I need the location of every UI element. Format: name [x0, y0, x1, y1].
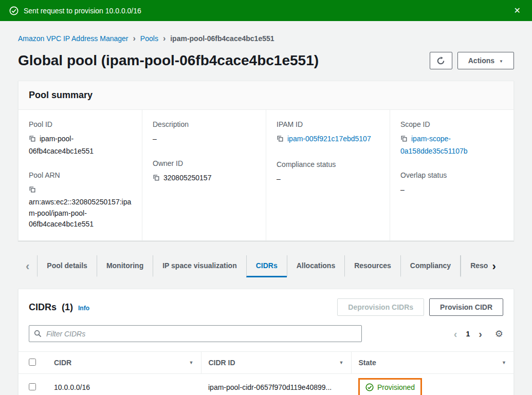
state-column-label: State	[359, 359, 376, 367]
scope-id-value: ipam-scope-0a158dde35c51107b	[400, 134, 503, 157]
state-badge: Provisioned	[377, 383, 415, 391]
copy-icon[interactable]	[400, 135, 408, 146]
select-all-header	[19, 352, 47, 374]
highlight-box: Provisioned	[358, 378, 422, 395]
chevron-right-icon: ›	[492, 260, 496, 273]
page-title: Global pool (ipam-pool-06fb4cace4bc1e551…	[18, 52, 319, 69]
cidrs-card: CIDRs (1) Info Deprovision CIDRs Provisi…	[18, 289, 514, 395]
close-icon[interactable]: ✕	[512, 6, 523, 16]
row-select-cell	[19, 374, 47, 395]
pool-summary-body: Pool ID ipam-pool-06fb4cace4bc1e551 Pool…	[19, 110, 513, 240]
pool-arn-value: arn:aws:ec2::320805250157:ipam-pool/ipam…	[29, 184, 132, 230]
field-description: Description –	[153, 120, 255, 145]
field-owner-id: Owner ID 320805250157	[153, 159, 255, 185]
select-all-checkbox[interactable]	[29, 359, 36, 366]
ipam-id-label: IPAM ID	[277, 120, 379, 128]
table-header-row: CIDR ▼ CIDR ID ▼ State ▼	[19, 352, 513, 374]
scope-id-link[interactable]: ipam-scope-0a158dde35c51107b	[400, 135, 468, 155]
actions-button[interactable]: Actions ▼	[457, 52, 514, 69]
tabs-scroll-left-button[interactable]: ‹	[18, 255, 37, 277]
actions-button-label: Actions	[468, 57, 494, 65]
copy-icon[interactable]	[29, 185, 36, 197]
chevron-down-icon: ▼	[189, 360, 194, 365]
copy-icon[interactable]	[153, 174, 160, 185]
tab-cidrs[interactable]: CIDRs	[246, 255, 287, 277]
main-content: Amazon VPC IP Address Manager › Pools › …	[0, 34, 532, 395]
provisioned-check-icon	[365, 383, 374, 391]
description-label: Description	[153, 120, 255, 128]
overlap-status-value: –	[400, 184, 503, 196]
cidr-column-label: CIDR	[54, 359, 71, 367]
tabs-scroll-right-button[interactable]: ›	[488, 255, 500, 277]
tab-resources[interactable]: Resources	[344, 255, 400, 277]
field-overlap-status: Overlap status –	[400, 171, 503, 196]
pool-id-text: ipam-pool-06fb4cace4bc1e551	[29, 135, 94, 155]
tab-resource-clipped[interactable]: Reso	[461, 255, 488, 277]
column-header-cidr-id[interactable]: CIDR ID ▼	[201, 352, 351, 374]
breadcrumb-link-ipam[interactable]: Amazon VPC IP Address Manager	[18, 34, 129, 43]
owner-id-value: 320805250157	[153, 173, 255, 185]
ipam-id-link[interactable]: ipam-005f921c17ebd5107	[287, 135, 371, 143]
page-header: Global pool (ipam-pool-06fb4cace4bc1e551…	[18, 52, 514, 69]
field-scope-id: Scope ID ipam-scope-0a158dde35c51107b	[400, 120, 503, 157]
provision-cidr-button[interactable]: Provision CIDR	[429, 298, 503, 316]
cidrs-table: CIDR ▼ CIDR ID ▼ State ▼	[19, 351, 513, 395]
compliance-status-value: –	[277, 174, 379, 185]
cidr-id-cell: ipam-pool-cidr-0657f970d119e40899...	[201, 374, 351, 395]
summary-column-4: Scope ID ipam-scope-0a158dde35c51107b Ov…	[390, 110, 513, 240]
tab-monitoring[interactable]: Monitoring	[97, 255, 153, 277]
tab-ip-space-visualization[interactable]: IP space visualization	[153, 255, 246, 277]
header-buttons: Actions ▼	[430, 52, 514, 69]
search-box	[29, 325, 362, 342]
gear-icon[interactable]: ⚙	[495, 328, 503, 340]
pagination-next-button[interactable]: ›	[479, 329, 482, 339]
pool-summary-header: Pool summary	[19, 81, 513, 110]
pool-id-label: Pool ID	[29, 120, 132, 128]
chevron-down-icon: ▼	[502, 360, 506, 365]
tab-pool-details[interactable]: Pool details	[37, 255, 97, 277]
pool-summary-card: Pool summary Pool ID ipam-pool-06fb4cace…	[18, 81, 514, 241]
banner-message: Sent request to provision 10.0.0.0/16	[24, 7, 507, 15]
chevron-right-icon: ›	[479, 328, 482, 340]
info-link[interactable]: Info	[78, 305, 89, 312]
column-header-state[interactable]: State ▼	[351, 352, 513, 374]
breadcrumb-link-pools[interactable]: Pools	[140, 34, 158, 43]
field-pool-arn: Pool ARN arn:aws:ec2::320805250157:ipam-…	[29, 171, 132, 230]
tab-strip: ‹ Pool details Monitoring IP space visua…	[18, 255, 514, 277]
summary-column-3: IPAM ID ipam-005f921c17ebd5107 Complianc…	[266, 110, 390, 240]
refresh-icon	[436, 57, 445, 65]
cidrs-header-buttons: Deprovision CIDRs Provision CIDR	[337, 298, 503, 316]
pagination-page-number[interactable]: 1	[466, 330, 470, 338]
chevron-left-icon: ‹	[26, 260, 29, 273]
cidr-id-column-label: CIDR ID	[209, 359, 235, 367]
field-compliance-status: Compliance status –	[277, 160, 379, 185]
row-checkbox[interactable]	[29, 383, 36, 390]
column-header-cidr[interactable]: CIDR ▼	[47, 352, 201, 374]
chevron-down-icon: ▼	[339, 360, 344, 365]
cidrs-header: CIDRs (1) Info Deprovision CIDRs Provisi…	[19, 289, 513, 323]
pool-arn-text: arn:aws:ec2::320805250157:ipam-pool/ipam…	[29, 198, 131, 228]
compliance-status-label: Compliance status	[277, 160, 379, 168]
pool-id-value: ipam-pool-06fb4cace4bc1e551	[29, 134, 132, 157]
field-ipam-id: IPAM ID ipam-005f921c17ebd5107	[277, 120, 379, 146]
cidrs-title-row: CIDRs (1) Info	[29, 302, 89, 313]
chevron-right-icon: ›	[163, 34, 166, 43]
tab-compliancy[interactable]: Compliancy	[400, 255, 461, 277]
deprovision-cidrs-button[interactable]: Deprovision CIDRs	[337, 298, 424, 316]
breadcrumb: Amazon VPC IP Address Manager › Pools › …	[18, 34, 514, 43]
refresh-button[interactable]	[430, 52, 452, 69]
breadcrumb-current: ipam-pool-06fb4cace4bc1e551	[170, 34, 274, 43]
tab-allocations[interactable]: Allocations	[287, 255, 344, 277]
table-row: 10.0.0.0/16 ipam-pool-cidr-0657f970d119e…	[19, 374, 513, 395]
copy-icon[interactable]	[277, 135, 284, 146]
overlap-status-label: Overlap status	[400, 171, 503, 179]
pagination-prev-button[interactable]: ‹	[454, 329, 457, 339]
search-icon	[34, 330, 42, 339]
cidrs-title: CIDRs	[29, 302, 57, 313]
copy-icon[interactable]	[29, 135, 36, 146]
owner-id-text: 320805250157	[163, 174, 211, 182]
cidr-cell: 10.0.0.0/16	[47, 374, 201, 395]
filter-cidrs-input[interactable]	[29, 325, 362, 342]
pool-summary-title: Pool summary	[29, 90, 93, 100]
summary-column-1: Pool ID ipam-pool-06fb4cace4bc1e551 Pool…	[19, 110, 142, 240]
